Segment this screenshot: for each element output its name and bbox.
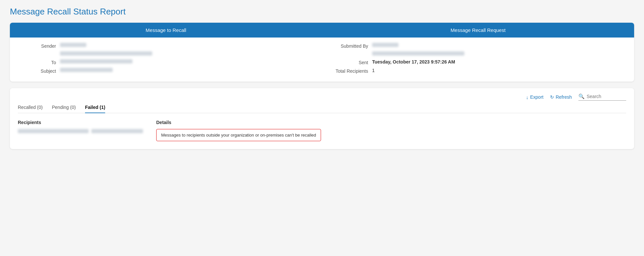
- sender-email-label: [20, 51, 56, 52]
- info-card: Message to Recall Message Recall Request…: [10, 23, 634, 82]
- subject-row: Subject: [20, 68, 312, 74]
- info-card-header: Message to Recall Message Recall Request: [10, 23, 634, 38]
- info-card-body: Sender To Subject: [10, 38, 634, 82]
- recipients-header: Recipients: [18, 120, 143, 125]
- results-card: ↓ Export ↻ Refresh 🔍 Recalled (0) Pendin…: [10, 88, 634, 149]
- total-recipients-label: Total Recipients: [332, 68, 368, 74]
- sender-label: Sender: [20, 43, 56, 49]
- to-label: To: [20, 59, 56, 65]
- search-icon: 🔍: [578, 93, 585, 99]
- sender-value: [60, 43, 312, 48]
- tab-pending[interactable]: Pending (0): [52, 105, 75, 113]
- submitted-by-email-value: [372, 51, 624, 57]
- export-label: Export: [530, 94, 543, 100]
- submitted-by-row: Submitted By: [332, 43, 624, 49]
- submitted-by-value: [372, 43, 624, 48]
- subject-value: [60, 68, 312, 73]
- col-details: Details Messages to recipients outside y…: [156, 120, 626, 141]
- refresh-label: Refresh: [556, 94, 572, 100]
- sender-email-value: [60, 51, 312, 57]
- info-col-left: Sender To Subject: [10, 43, 322, 76]
- tabs: Recalled (0) Pending (0) Failed (1): [18, 105, 626, 113]
- refresh-button[interactable]: ↻ Refresh: [550, 94, 572, 100]
- sent-value: Tuesday, October 17, 2023 9:57:26 AM: [372, 59, 624, 64]
- total-recipients-row: Total Recipients 1: [332, 68, 624, 74]
- to-value: [60, 59, 312, 64]
- results-toolbar: ↓ Export ↻ Refresh 🔍: [18, 93, 626, 101]
- export-icon: ↓: [526, 94, 529, 100]
- info-card-header-left: Message to Recall: [10, 23, 322, 38]
- table-row: [18, 129, 143, 133]
- submitted-by-label: Submitted By: [332, 43, 368, 49]
- search-box[interactable]: 🔍: [578, 93, 626, 101]
- detail-message: Messages to recipients outside your orga…: [161, 133, 316, 138]
- to-row: To: [20, 59, 312, 65]
- details-header: Details: [156, 120, 626, 125]
- info-col-right: Submitted By Sent Tuesday, October 17, 2…: [322, 43, 634, 76]
- col-recipients: Recipients: [18, 120, 143, 141]
- sent-row: Sent Tuesday, October 17, 2023 9:57:26 A…: [332, 59, 624, 65]
- detail-message-box: Messages to recipients outside your orga…: [156, 129, 321, 141]
- tab-recalled[interactable]: Recalled (0): [18, 105, 43, 113]
- subject-label: Subject: [20, 68, 56, 74]
- info-card-header-right: Message Recall Request: [322, 23, 634, 38]
- sender-row: Sender: [20, 43, 312, 49]
- sender-email-row: [20, 51, 312, 57]
- export-button[interactable]: ↓ Export: [526, 94, 543, 100]
- submitted-by-email-row: [332, 51, 624, 57]
- search-input[interactable]: [587, 94, 626, 99]
- submitted-by-email-label: [332, 51, 368, 52]
- tab-failed[interactable]: Failed (1): [85, 105, 105, 113]
- refresh-icon: ↻: [550, 94, 554, 100]
- sent-label: Sent: [332, 59, 368, 65]
- page-title: Message Recall Status Report: [10, 7, 634, 17]
- total-recipients-value: 1: [372, 68, 624, 73]
- table-section: Recipients Details Messages to recipient…: [18, 120, 626, 141]
